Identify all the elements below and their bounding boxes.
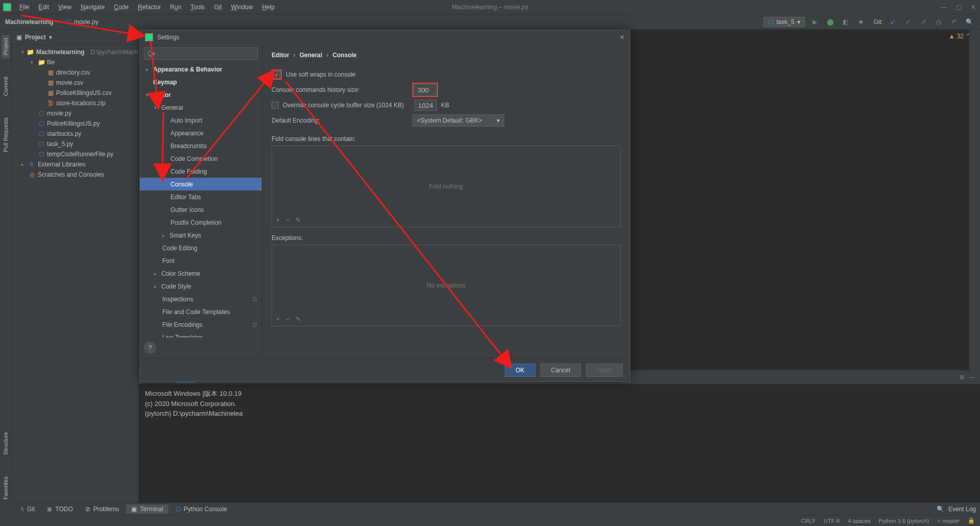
input-buffer-size[interactable] — [414, 100, 437, 111]
event-log-icon: 🔍 — [937, 506, 944, 513]
chevron-down-icon: ▾ — [497, 117, 500, 124]
help-button[interactable]: ? — [144, 342, 156, 354]
crumb-file[interactable]: movie.py — [74, 18, 99, 26]
search-icon[interactable]: 🔍 — [964, 16, 975, 28]
ok-button[interactable]: OK — [505, 364, 535, 377]
menu-refactor[interactable]: Refactor — [134, 2, 165, 13]
nav-code-completion[interactable]: Code Completion — [140, 152, 262, 165]
nav-code-style[interactable]: ▸Code Style — [140, 280, 262, 293]
edit-icon[interactable]: ✎ — [296, 217, 301, 224]
input-history-size[interactable] — [414, 84, 436, 95]
nav-inspections[interactable]: Inspections⊡ — [140, 293, 262, 305]
nav-smart-keys[interactable]: ▸Smart Keys — [140, 229, 262, 242]
nav-breadcrumbs[interactable]: Breadcrumbs — [140, 139, 262, 152]
status-indent[interactable]: 4 spaces — [848, 518, 870, 524]
push-icon[interactable]: ↗ — [918, 16, 929, 28]
menu-file[interactable]: File — [15, 2, 33, 13]
add-icon[interactable]: + — [276, 217, 280, 224]
select-encoding[interactable]: <System Default: GBK>▾ — [412, 114, 504, 127]
tool-tab-structure[interactable]: Structure — [2, 429, 10, 458]
nav-keymap[interactable]: Keymap — [140, 76, 262, 88]
menu-git[interactable]: Git — [210, 2, 226, 13]
nav-postfix[interactable]: Postfix Completion — [140, 216, 262, 229]
nav-live-templates[interactable]: Live Templates — [140, 331, 262, 338]
checkbox-softwrap[interactable] — [273, 71, 280, 78]
tab-git[interactable]: ᛋGit — [15, 505, 40, 514]
nav-console[interactable]: Console — [140, 178, 262, 190]
label-encoding: Default Encoding: — [272, 117, 408, 124]
navbar: Machinelearning 〉 ⬡ movie.py ⬡ task_5 ▾ … — [0, 14, 980, 30]
menu-window[interactable]: Window — [227, 2, 257, 13]
todo-icon: ≣ — [47, 506, 52, 513]
nav-editor[interactable]: ▾Editor — [140, 88, 262, 101]
tab-eventlog[interactable]: Event Log — [948, 506, 976, 513]
tool-tab-project[interactable]: Project — [2, 35, 10, 58]
gear-icon[interactable]: ⚙ — [959, 374, 965, 381]
nav-editor-tabs[interactable]: Editor Tabs — [140, 190, 262, 203]
tab-terminal[interactable]: ▣Terminal — [126, 505, 168, 514]
tool-tab-favorites[interactable]: Favorites — [2, 473, 10, 503]
run-icon[interactable]: ▶ — [809, 16, 820, 28]
nav-appearance[interactable]: ▸Appearance & Behavior — [140, 63, 262, 76]
add-icon[interactable]: + — [276, 316, 280, 323]
close-icon[interactable]: ✕ — [971, 4, 976, 11]
checkbox-override-buffer[interactable] — [272, 102, 279, 109]
nav-auto-import[interactable]: Auto Import — [140, 114, 262, 127]
status-interpreter[interactable]: Python 3.6 (pytorch) — [878, 518, 929, 524]
rollback-icon[interactable]: ↶ — [948, 16, 960, 28]
hide-icon[interactable]: — — [969, 374, 975, 381]
nav-general[interactable]: ▾General — [140, 101, 262, 114]
menu-tools[interactable]: Tools — [186, 2, 209, 13]
menu-view[interactable]: View — [54, 2, 76, 13]
nav-gutter-icons[interactable]: Gutter Icons — [140, 203, 262, 216]
project-tree[interactable]: ▾📁Machinelearning D:\pycharm\Mach ▾📁file… — [11, 45, 138, 503]
menu-code[interactable]: Code — [110, 2, 133, 13]
nav-code-editing[interactable]: Code Editing — [140, 242, 262, 254]
stop-icon[interactable]: ■ — [855, 16, 866, 28]
settings-breadcrumb: Editor› General› Console — [272, 52, 621, 59]
maximize-icon[interactable]: ▢ — [956, 4, 962, 11]
menu-run[interactable]: Run — [166, 2, 185, 13]
exceptions-list[interactable]: No exceptions + − ✎ — [272, 245, 621, 326]
nav-code-folding[interactable]: Code Folding — [140, 165, 262, 178]
settings-nav: Q▾ ▸Appearance & Behavior Keymap ▾Editor… — [140, 44, 262, 358]
debug-icon[interactable]: ⬤ — [824, 16, 836, 28]
crumb-project[interactable]: Machinelearning — [5, 18, 54, 26]
settings-search-input[interactable]: Q▾ — [144, 47, 258, 60]
nav-color-scheme[interactable]: ▸Color Scheme — [140, 267, 262, 280]
settings-content: Editor› General› Console Use soft wraps … — [262, 44, 630, 358]
chevron-down-icon[interactable]: ▾ — [49, 34, 52, 41]
remove-icon[interactable]: − — [286, 316, 289, 323]
minimize-icon[interactable]: — — [941, 4, 947, 11]
dialog-close-icon[interactable]: ✕ — [620, 34, 625, 41]
coverage-icon[interactable]: ◧ — [840, 16, 851, 28]
status-encoding[interactable]: UTF-8 — [824, 518, 840, 524]
cancel-button[interactable]: Cancel — [541, 364, 581, 377]
tab-problems[interactable]: ⊘Problems — [80, 505, 125, 514]
tool-tab-pullrequests[interactable]: Pull Requests — [2, 114, 10, 155]
nav-file-encodings[interactable]: File Encodings⊡ — [140, 318, 262, 331]
status-branch[interactable]: ᛋ master — [937, 518, 960, 524]
remove-icon[interactable]: − — [286, 217, 289, 224]
menu-edit[interactable]: Edit — [34, 2, 53, 13]
nav-appearance2[interactable]: Appearance — [140, 127, 262, 139]
commit-icon[interactable]: ✓ — [902, 16, 914, 28]
edit-icon[interactable]: ✎ — [296, 316, 301, 323]
menu-help[interactable]: Help — [258, 2, 279, 13]
status-lineend[interactable]: CRLF — [801, 518, 816, 524]
nav-file-templates[interactable]: File and Code Templates — [140, 305, 262, 318]
apply-button[interactable]: Apply — [586, 364, 623, 377]
python-icon: ⬡ — [768, 18, 773, 26]
tab-pyconsole[interactable]: ⬡Python Console — [170, 505, 232, 514]
history-icon[interactable]: ◷ — [933, 16, 944, 28]
lock-icon[interactable]: 🔒 — [968, 517, 975, 524]
warning-count[interactable]: 32 — [957, 33, 964, 40]
update-icon[interactable]: ↙ — [887, 16, 898, 28]
run-config-dropdown[interactable]: ⬡ task_5 ▾ — [764, 17, 805, 27]
terminal-body[interactable]: Microsoft Windows [版本 10.0.19 (c) 2020 M… — [139, 385, 980, 503]
tab-todo[interactable]: ≣TODO — [42, 505, 78, 514]
nav-font[interactable]: Font — [140, 254, 262, 267]
fold-list[interactable]: Fold nothing + − ✎ — [272, 146, 621, 227]
tool-tab-commit[interactable]: Commit — [2, 74, 10, 99]
menu-navigate[interactable]: Navigate — [77, 2, 109, 13]
